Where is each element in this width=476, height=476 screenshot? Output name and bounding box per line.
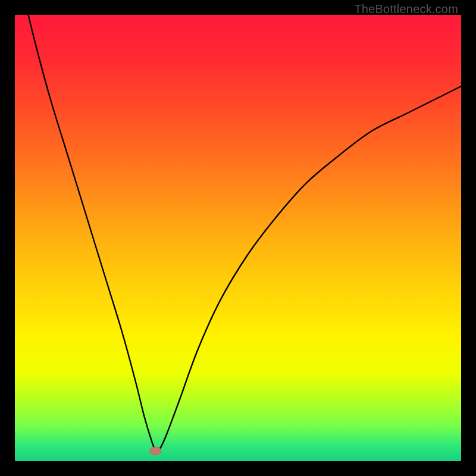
chart-frame	[15, 15, 461, 461]
gradient-rect	[15, 15, 461, 461]
watermark-label: TheBottleneck.com	[354, 2, 458, 16]
minimum-marker	[150, 447, 162, 455]
chart-svg	[15, 15, 461, 461]
